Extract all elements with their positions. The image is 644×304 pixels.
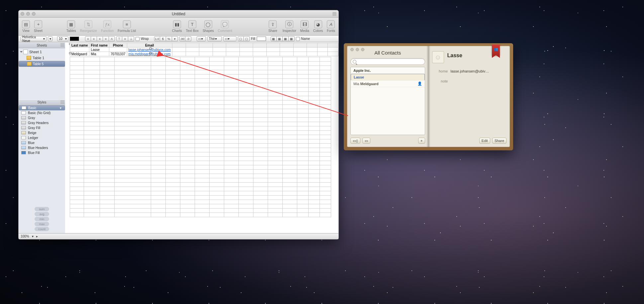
toolbar-fonts[interactable]: AFonts	[325, 20, 336, 33]
spreadsheet-table[interactable]: Last name First name Phone Email Lasse l…	[70, 43, 338, 56]
table-icon	[27, 62, 32, 66]
window-title: Untitled	[19, 12, 338, 16]
fill-label: Fill	[251, 37, 255, 41]
stroke-color-select[interactable]: ▭▾	[223, 36, 236, 41]
styles-resize-handle[interactable]	[60, 100, 64, 104]
zoom-value[interactable]: 100%	[21, 234, 29, 238]
header-email[interactable]: Email	[127, 43, 172, 48]
table-row-0[interactable]: Table 1	[19, 55, 65, 61]
quick-calc-panel: sum avg min max count	[19, 206, 65, 233]
header-last-name[interactable]: Last name	[70, 43, 89, 48]
sheet-canvas[interactable]: Last name First name Phone Email Lasse l…	[65, 42, 338, 233]
toolbar-textbox[interactable]: TText Box	[185, 20, 200, 33]
fill-color-swatch[interactable]	[257, 37, 266, 41]
style-blue-headers[interactable]: Blue Headers	[19, 145, 65, 150]
toolbar-inspector[interactable]: ⓘInspector	[281, 20, 298, 33]
edit-button[interactable]: Edit	[479, 138, 490, 144]
text-color-swatch[interactable]	[70, 37, 79, 41]
stat-count[interactable]: count	[35, 227, 49, 231]
sheets-sidebar: Sheets Sheet 1 Table 1 Table 5 Styles Ba…	[19, 42, 65, 233]
page-nav-icon[interactable]: ▸	[36, 234, 38, 238]
v-align-segment[interactable]: ⊤≡⊥	[116, 36, 134, 41]
style-blue[interactable]: Blue	[19, 140, 65, 145]
styles-header: Styles	[19, 99, 65, 105]
number-format-segment[interactable]: 1.0$%▾	[154, 36, 178, 41]
contacts-list[interactable]: Apple Inc. Lasse Mia Mia MeldgaardMeldga…	[350, 67, 425, 135]
numbers-titlebar[interactable]: Untitled	[19, 10, 338, 18]
h-align-segment[interactable]: ≡≡≡≡A	[85, 36, 115, 41]
style-gray[interactable]: Gray	[19, 115, 65, 120]
border-style-select[interactable]: ▭▾	[197, 36, 206, 41]
name-label: Name	[301, 37, 310, 41]
contact-name: Lasse	[447, 53, 462, 59]
toolbar-share[interactable]: ⇪Share	[267, 20, 279, 33]
field-note[interactable]: note	[432, 79, 507, 83]
name-checkbox[interactable]	[296, 37, 300, 41]
sheet-row[interactable]: Sheet 1	[19, 49, 65, 55]
format-bar: Helvetica Neue▾ ▾ 10▾ ≡≡≡≡A ⊤≡⊥ Wrap 1.0…	[19, 36, 338, 42]
style-blue-fill[interactable]: Blue Fill	[19, 150, 65, 155]
avatar[interactable]: ☺	[432, 51, 444, 63]
toolbar-sheet[interactable]: ＋Sheet	[33, 20, 44, 33]
font-style-select[interactable]: ▾	[48, 36, 52, 41]
data-row: Meldgaard Mia 70701337 mia.meldgaard@ubi…	[70, 52, 338, 56]
style-basic-nogrid[interactable]: Basic (No Grid)	[19, 110, 65, 115]
search-field[interactable]	[350, 58, 425, 65]
style-gray-headers[interactable]: Gray Headers	[19, 120, 65, 125]
table-icon	[27, 56, 31, 60]
numbers-window: Untitled ▤View ＋Sheet ▦Tables ⇅Reorganiz…	[18, 10, 339, 239]
contact-item-selected[interactable]: Lasse	[351, 74, 425, 80]
toolbar-view[interactable]: ▤View	[21, 20, 31, 33]
close-button[interactable]	[350, 48, 354, 51]
stroke-weight-select[interactable]: Thin▾	[207, 36, 222, 41]
sheet-icon	[23, 50, 28, 54]
style-ledger[interactable]: Ledger	[19, 135, 65, 140]
minimize-button[interactable]	[356, 48, 359, 51]
toolbar-reorganize[interactable]: ⇅Reorganize	[79, 20, 98, 33]
sheets-resize-handle[interactable]	[60, 43, 64, 47]
toolbar-tables[interactable]: ▦Tables	[65, 20, 77, 33]
disclosure-triangle-icon[interactable]	[20, 51, 23, 53]
font-family-select[interactable]: Helvetica Neue▾	[21, 36, 46, 41]
wrap-checkbox[interactable]	[136, 37, 139, 41]
zoom-menu-icon[interactable]: ▾	[32, 234, 34, 238]
toolbar-colors[interactable]: ◕Colors	[312, 20, 324, 33]
share-button[interactable]: Share	[492, 138, 506, 144]
toolbar-shapes[interactable]: ◯Shapes	[201, 20, 215, 33]
status-bar: 100%▾ ▸	[19, 233, 338, 239]
header-phone[interactable]: Phone	[109, 43, 127, 48]
wrap-label: Wrap	[141, 37, 149, 41]
zoom-button[interactable]	[361, 48, 364, 51]
toolbar-formula-list[interactable]: ≡Formula List	[116, 20, 137, 33]
toolbar-media[interactable]: 🎞Media	[299, 20, 311, 33]
stat-min[interactable]: min	[35, 217, 49, 221]
decimal-segment[interactable]: .00.0	[179, 36, 191, 41]
contact-item[interactable]: Mia Mia MeldgaardMeldgaard👤	[351, 80, 425, 87]
style-basic[interactable]: Basic▾	[19, 105, 65, 110]
field-home-email[interactable]: home lasse.johansen@ubiv…	[432, 69, 507, 73]
me-indicator-icon: 👤	[417, 81, 422, 86]
toolbar-charts[interactable]: ▮▮Charts	[171, 20, 183, 33]
stat-sum[interactable]: sum	[35, 207, 49, 211]
border-edge-segment[interactable]: ▢▢	[238, 36, 250, 41]
contacts-list-page: All Contacts Apple Inc. Lasse Mia Mia Me…	[347, 46, 429, 147]
stat-max[interactable]: max	[35, 222, 49, 226]
table-option-segment[interactable]: ▦▦▦▦	[271, 36, 295, 41]
contact-group-item[interactable]: Apple Inc.	[351, 67, 425, 74]
toolbar-comment[interactable]: 💬Comment	[217, 20, 233, 33]
contact-card-page: ☺ Lasse home lasse.johansen@ubiv… note E…	[429, 46, 510, 147]
search-input[interactable]	[358, 60, 423, 64]
table-row-1[interactable]: Table 5	[19, 61, 65, 67]
font-size-select[interactable]: 10▾	[57, 36, 68, 41]
view-card-only-button[interactable]: ▭	[362, 138, 370, 144]
stat-avg[interactable]: avg	[35, 212, 49, 216]
data-row: Lasse lasse.johansen@ubivox.com	[70, 48, 338, 52]
add-contact-button[interactable]: +	[418, 138, 425, 144]
style-gray-fill[interactable]: Gray Fill	[19, 125, 65, 130]
numbers-toolbar: ▤View ＋Sheet ▦Tables ⇅Reorganize ƒxFunct…	[19, 18, 338, 36]
document-proxy-icon[interactable]	[332, 12, 336, 16]
toolbar-function[interactable]: ƒxFunction	[100, 20, 115, 33]
header-first-name[interactable]: First name	[89, 43, 109, 48]
style-beige[interactable]: Beige	[19, 130, 65, 135]
view-card-and-list-button[interactable]: ▭▯	[350, 138, 360, 144]
